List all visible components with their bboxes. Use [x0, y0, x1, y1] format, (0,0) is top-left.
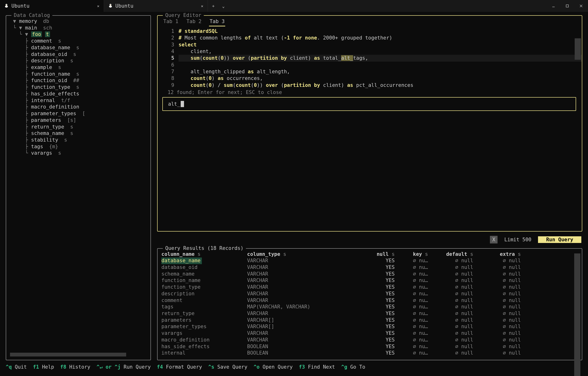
table-cell[interactable]: parameters: [161, 317, 247, 324]
column-header[interactable]: column_type s: [247, 251, 357, 258]
table-cell[interactable]: ∅ null: [428, 324, 473, 330]
table-cell[interactable]: ∅ null: [428, 350, 473, 356]
table-cell[interactable]: ∅ null: [473, 343, 521, 350]
table-cell[interactable]: ∅ nu…: [395, 304, 428, 310]
table-cell[interactable]: VARCHAR: [247, 284, 357, 291]
table-cell[interactable]: ∅ null: [473, 310, 521, 317]
table-cell[interactable]: description: [161, 291, 247, 297]
table-cell[interactable]: VARCHAR: [247, 337, 357, 343]
catalog-scrollbar[interactable]: [10, 353, 147, 356]
table-cell[interactable]: YES: [357, 330, 395, 337]
table-cell[interactable]: ∅ null: [473, 317, 521, 324]
table-cell[interactable]: YES: [357, 264, 395, 271]
table-cell[interactable]: ∅ null: [473, 297, 521, 304]
table-cell[interactable]: ∅ nu…: [395, 271, 428, 277]
table-cell[interactable]: ∅ nu…: [395, 343, 428, 350]
table-cell[interactable]: ∅ nu…: [395, 277, 428, 284]
table-cell[interactable]: ∅ null: [473, 350, 521, 356]
table-cell[interactable]: YES: [357, 343, 395, 350]
table-cell[interactable]: ∅ null: [428, 330, 473, 337]
table-cell[interactable]: YES: [357, 350, 395, 356]
column-header[interactable]: default s: [428, 251, 473, 258]
clear-limit-button[interactable]: X: [490, 236, 498, 243]
column-header[interactable]: extra s: [473, 251, 521, 258]
table-cell[interactable]: VARCHAR: [247, 297, 357, 304]
window-close-button[interactable]: [574, 0, 588, 12]
table-cell[interactable]: ∅ nu…: [395, 264, 428, 271]
table-cell[interactable]: ∅ nu…: [395, 324, 428, 330]
close-icon[interactable]: ✕: [97, 4, 100, 8]
table-cell[interactable]: function_type: [161, 284, 247, 291]
table-cell[interactable]: YES: [357, 304, 395, 310]
table-cell[interactable]: ∅ nu…: [395, 317, 428, 324]
table-cell[interactable]: YES: [357, 310, 395, 317]
table-cell[interactable]: ∅ null: [428, 343, 473, 350]
tab-dropdown-button[interactable]: ⌄: [219, 0, 228, 12]
results-scrollbar[interactable]: [574, 253, 580, 376]
window-tab-1[interactable]: Ubuntu ✕: [0, 0, 104, 12]
table-cell[interactable]: ∅ nu…: [395, 330, 428, 337]
table-cell[interactable]: VARCHAR[]: [247, 317, 357, 324]
table-cell[interactable]: ∅ nu…: [395, 350, 428, 356]
table-cell[interactable]: YES: [357, 284, 395, 291]
table-cell[interactable]: ∅ null: [428, 291, 473, 297]
editor-scrollbar[interactable]: [575, 38, 581, 105]
editor-tab-2[interactable]: Tab 2: [186, 18, 202, 26]
table-cell[interactable]: ∅ null: [428, 271, 473, 277]
table-cell[interactable]: schema_name: [161, 271, 247, 277]
table-cell[interactable]: VARCHAR: [247, 291, 357, 297]
table-cell[interactable]: VARCHAR: [247, 330, 357, 337]
table-cell[interactable]: ∅ null: [473, 258, 521, 264]
table-cell[interactable]: ∅ null: [428, 317, 473, 324]
table-cell[interactable]: ∅ null: [473, 291, 521, 297]
table-cell[interactable]: comment: [161, 297, 247, 304]
table-cell[interactable]: ∅ null: [428, 310, 473, 317]
table-cell[interactable]: BOOLEAN: [247, 343, 357, 350]
table-cell[interactable]: YES: [357, 271, 395, 277]
table-cell[interactable]: has_side_effects: [161, 343, 247, 350]
table-cell[interactable]: MAP(VARCHAR, VARCHAR): [247, 304, 357, 310]
table-cell[interactable]: YES: [357, 324, 395, 330]
table-cell[interactable]: ∅ null: [473, 277, 521, 284]
table-cell[interactable]: VARCHAR: [247, 258, 357, 264]
column-header[interactable]: key s: [395, 251, 428, 258]
table-cell[interactable]: internal: [161, 350, 247, 356]
find-input[interactable]: alt_: [162, 97, 576, 111]
table-cell[interactable]: ∅ nu…: [395, 284, 428, 291]
editor-tab-1[interactable]: Tab 1: [163, 18, 179, 26]
table-cell[interactable]: ∅ null: [473, 330, 521, 337]
table-cell[interactable]: VARCHAR: [247, 310, 357, 317]
table-cell[interactable]: ∅ nu…: [395, 337, 428, 343]
table-cell[interactable]: YES: [357, 297, 395, 304]
maximize-button[interactable]: [560, 0, 574, 12]
table-cell[interactable]: database_oid: [161, 264, 247, 271]
catalog-tree[interactable]: ▼ memory db └ ▼ main sch └ ▼ foo t ├ com…: [10, 18, 147, 157]
column-header[interactable]: column_name s: [161, 251, 247, 258]
close-icon[interactable]: ✕: [201, 4, 203, 8]
table-cell[interactable]: YES: [357, 277, 395, 284]
code-editor[interactable]: 1# standardSQL 2# Most common lengths of…: [161, 28, 582, 89]
table-cell[interactable]: varargs: [161, 330, 247, 337]
table-cell[interactable]: YES: [357, 258, 395, 264]
table-cell[interactable]: BOOLEAN: [247, 350, 357, 356]
new-tab-button[interactable]: ＋: [208, 0, 219, 12]
table-cell[interactable]: YES: [357, 317, 395, 324]
table-cell[interactable]: function_name: [161, 277, 247, 284]
table-cell[interactable]: ∅ null: [428, 277, 473, 284]
minimize-button[interactable]: [546, 0, 560, 12]
results-table[interactable]: column_name scolumn_type snull skey sdef…: [161, 251, 582, 357]
table-cell[interactable]: macro_definition: [161, 337, 247, 343]
table-cell[interactable]: return_type: [161, 310, 247, 317]
table-cell[interactable]: ∅ null: [428, 258, 473, 264]
table-cell[interactable]: tags: [161, 304, 247, 310]
editor-tab-3[interactable]: Tab 3: [209, 18, 225, 26]
table-cell[interactable]: ∅ nu…: [395, 258, 428, 264]
table-cell[interactable]: VARCHAR[]: [247, 324, 357, 330]
table-cell[interactable]: parameter_types: [161, 324, 247, 330]
table-cell[interactable]: VARCHAR: [247, 271, 357, 277]
table-cell[interactable]: ∅ nu…: [395, 310, 428, 317]
table-cell[interactable]: ∅ null: [473, 271, 521, 277]
table-cell[interactable]: ∅ null: [428, 284, 473, 291]
table-cell[interactable]: ∅ null: [473, 324, 521, 330]
table-cell[interactable]: ∅ null: [473, 284, 521, 291]
